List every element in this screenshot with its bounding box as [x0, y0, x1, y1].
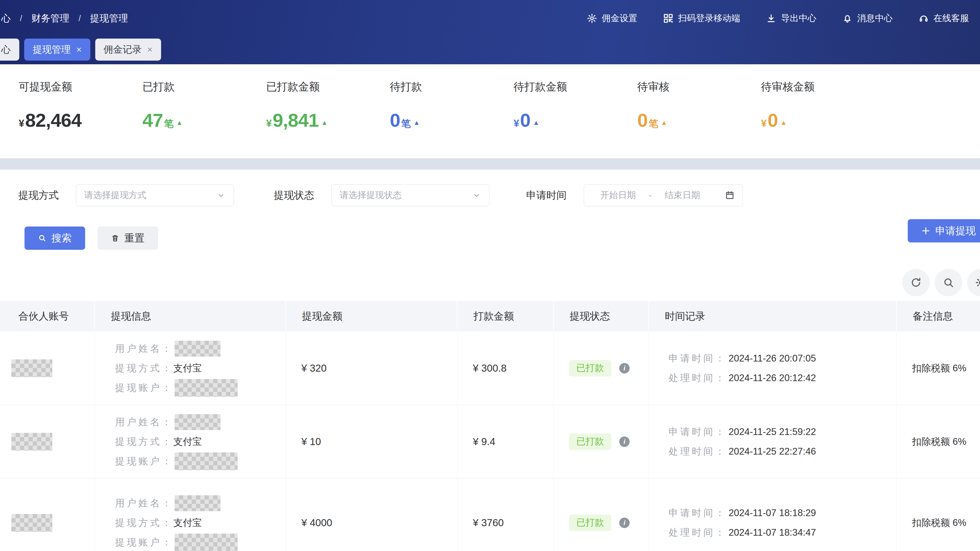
redacted-user-name — [175, 414, 221, 430]
info-icon[interactable]: i — [619, 518, 630, 528]
apply-time-label: 申请时间 — [526, 189, 566, 202]
stat-unit: 笔 — [649, 117, 658, 130]
message-center-button[interactable]: 消息中心 — [842, 12, 893, 24]
paid-amount-cell: ¥ 3760 — [458, 478, 554, 551]
button-label: 重置 — [124, 232, 145, 245]
qr-login-mobile-button[interactable]: 扫码登录移动端 — [663, 12, 740, 24]
apply-withdraw-button[interactable]: 申请提现 — [908, 219, 980, 243]
paid-amount-value: ¥ 300.8 — [473, 362, 506, 374]
process-time-label: 处理时间： — [668, 526, 727, 539]
column-settings-button[interactable] — [967, 269, 980, 296]
stat-label: 待审核金额 — [761, 79, 885, 94]
stat-label: 待打款 — [390, 79, 514, 94]
table-row: 用户姓名： 提现方式： 支付宝 提现账户： ¥ 320 — [0, 332, 980, 405]
tab-label: 提现管理 — [33, 43, 71, 56]
withdraw-info-cell: 用户姓名： 提现方式： 支付宝 提现账户： — [95, 332, 286, 405]
stat-unit: 笔 — [164, 117, 173, 130]
remark-value: 扣除税额 6% — [912, 362, 966, 375]
date-range-separator: - — [644, 191, 656, 200]
commission-settings-button[interactable]: 佣金设置 — [587, 12, 637, 24]
breadcrumb-withdraw[interactable]: 提现管理 — [90, 12, 128, 25]
apply-time-value: 2024-11-25 21:59:22 — [729, 426, 816, 437]
info-icon[interactable]: i — [619, 363, 630, 373]
status-badge: 已打款 — [569, 433, 611, 450]
select-placeholder: 请选择提现方式 — [84, 189, 146, 202]
arrow-up-icon: ▲ — [780, 119, 787, 127]
topnav-label: 消息中心 — [857, 12, 893, 24]
close-icon[interactable]: × — [147, 45, 153, 54]
settings-icon — [975, 276, 980, 289]
stat-withdrawable-amount: 可提现金额 ¥ 82,464 — [19, 79, 142, 158]
search-toggle-button[interactable] — [935, 269, 962, 296]
top-bar: 心 / 财务管理 / 提现管理 佣金设置 — [0, 0, 980, 37]
gear-icon — [587, 13, 597, 24]
info-icon[interactable]: i — [619, 437, 630, 447]
tab-label: 心 — [1, 43, 11, 56]
status-badge: 已打款 — [569, 514, 611, 531]
currency-symbol: ¥ — [761, 118, 767, 129]
withdraw-info-cell: 用户姓名： 提现方式： 支付宝 提现账户： — [95, 478, 286, 551]
stat-label: 已打款金额 — [266, 79, 390, 94]
export-center-button[interactable]: 导出中心 — [766, 12, 816, 24]
online-support-button[interactable]: 在线客服 — [918, 12, 969, 24]
apply-time-label: 申请时间： — [668, 507, 727, 519]
download-icon — [766, 13, 776, 24]
top-header: 心 / 财务管理 / 提现管理 佣金设置 — [0, 0, 980, 64]
apply-time-label: 申请时间： — [668, 352, 727, 365]
withdraw-method-value: 支付宝 — [173, 435, 202, 448]
tab-commission-records[interactable]: 佣金记录 × — [95, 38, 161, 60]
table-row: 用户姓名： 提现方式： 支付宝 提现账户： ¥ 4000 — [0, 478, 980, 551]
process-time-label: 处理时间： — [668, 445, 727, 458]
stat-value: 0 — [637, 109, 648, 131]
chevron-down-icon — [472, 191, 481, 200]
process-time-value: 2024-11-26 20:12:42 — [729, 373, 816, 384]
search-button[interactable]: 搜索 — [24, 227, 85, 250]
status-badge: 已打款 — [569, 360, 611, 376]
breadcrumb-finance[interactable]: 财务管理 — [32, 12, 70, 25]
redacted-user-name — [175, 341, 221, 357]
apply-time-value: 2024-11-26 20:07:05 — [729, 353, 816, 364]
headset-icon — [918, 13, 929, 24]
plus-icon — [921, 226, 931, 235]
withdraw-method-label: 提现方式： — [115, 516, 173, 529]
filter-panel: 提现方式 请选择提现方式 提现状态 请选择提现状态 申请时间 开始日期 - 结束… — [0, 170, 980, 250]
apply-time-label: 申请时间： — [668, 426, 727, 438]
withdraw-method-label: 提现方式： — [115, 435, 173, 448]
tab-withdraw-management[interactable]: 提现管理 × — [24, 38, 90, 60]
reset-button[interactable]: 重置 — [97, 227, 158, 250]
breadcrumb-partial[interactable]: 心 — [1, 12, 11, 25]
refresh-button[interactable] — [902, 269, 930, 296]
withdraw-amount-cell: ¥ 4000 — [286, 478, 458, 551]
withdraw-method-label: 提现方式 — [18, 189, 59, 202]
arrow-up-icon: ▲ — [413, 119, 420, 127]
withdraw-status-select[interactable]: 请选择提现状态 — [331, 184, 489, 206]
column-header-withdraw-info: 提现信息 — [95, 301, 286, 332]
currency-symbol: ¥ — [266, 118, 272, 129]
stat-value: 82,464 — [25, 109, 81, 131]
withdraw-table: 合伙人账号 提现信息 提现金额 打款金额 提现状态 时间记录 备注信息 用户姓名… — [0, 301, 980, 551]
breadcrumb-separator: / — [79, 14, 81, 23]
date-range-input[interactable]: 开始日期 - 结束日期 — [584, 184, 743, 206]
refresh-icon — [910, 276, 922, 289]
remark-cell: 扣除税额 6% — [897, 332, 980, 405]
redacted-withdraw-account — [175, 453, 238, 470]
partner-account-cell — [0, 332, 95, 405]
withdraw-status-cell: 已打款 i — [554, 405, 649, 478]
chevron-down-icon — [216, 191, 226, 200]
table-row: 用户姓名： 提现方式： 支付宝 提现账户： ¥ 10 — [0, 405, 980, 478]
stat-pending-payment-amount: 待打款金额 ¥ 0 ▲ — [514, 79, 637, 158]
tab-partial[interactable]: 心 — [0, 38, 19, 60]
time-records-cell: 申请时间： 2024-11-26 20:07:05 处理时间： 2024-11-… — [649, 332, 897, 405]
end-date-input[interactable]: 结束日期 — [656, 189, 708, 202]
close-icon[interactable]: × — [76, 45, 82, 54]
start-date-input[interactable]: 开始日期 — [592, 189, 644, 202]
column-header-withdraw-amount: 提现金额 — [286, 301, 458, 332]
remark-value: 扣除税额 6% — [912, 516, 966, 529]
currency-symbol: ¥ — [514, 118, 519, 129]
topnav-label: 在线客服 — [934, 12, 969, 24]
stat-paid-amount: 已打款金额 ¥ 9,841 ▲ — [266, 79, 390, 158]
paid-amount-cell: ¥ 300.8 — [458, 332, 554, 405]
withdraw-method-select[interactable]: 请选择提现方式 — [76, 184, 234, 206]
button-label: 申请提现 — [935, 224, 976, 238]
redacted-partner-account — [11, 433, 52, 451]
